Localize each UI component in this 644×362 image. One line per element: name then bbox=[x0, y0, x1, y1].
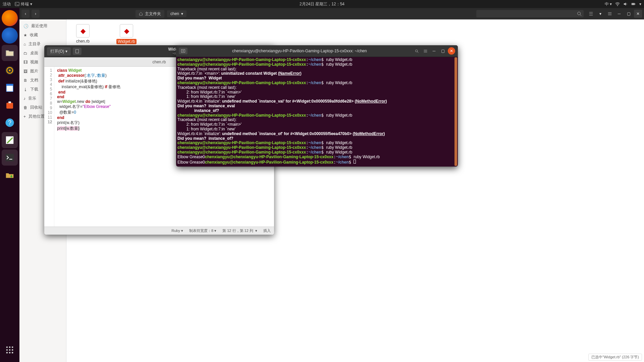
svg-rect-9 bbox=[6, 84, 13, 86]
dock-terminal[interactable] bbox=[2, 149, 18, 166]
cursor-block bbox=[354, 160, 356, 164]
dock-writer[interactable] bbox=[2, 80, 18, 96]
insert-mode: 插入 bbox=[263, 228, 271, 233]
tabwidth-selector[interactable]: 制表符宽度：8 ▾ bbox=[189, 228, 216, 233]
music-icon: ♪ bbox=[23, 96, 25, 101]
svg-point-19 bbox=[6, 349, 8, 351]
svg-point-23 bbox=[9, 352, 11, 354]
terminal-scrollbar[interactable] bbox=[454, 57, 457, 166]
chevron-down-icon: ▾ bbox=[65, 49, 67, 54]
maximize-button[interactable]: ▢ bbox=[439, 47, 446, 55]
svg-rect-11 bbox=[8, 102, 11, 103]
new-tab-button[interactable] bbox=[179, 48, 187, 54]
svg-point-18 bbox=[12, 347, 13, 348]
svg-point-20 bbox=[9, 349, 11, 351]
dock-software[interactable] bbox=[2, 97, 18, 113]
dock-gedit[interactable] bbox=[2, 132, 18, 148]
svg-point-28 bbox=[415, 50, 418, 52]
new-tab-button[interactable] bbox=[73, 48, 82, 55]
code-area[interactable]: class Widget attr_accessor(:名字,:数量) def … bbox=[54, 67, 123, 227]
svg-point-21 bbox=[12, 349, 13, 351]
document-icon bbox=[75, 49, 79, 54]
clock-icon: 🕓 bbox=[23, 24, 29, 28]
view-list-button[interactable] bbox=[587, 10, 595, 18]
plus-icon: + bbox=[23, 114, 26, 119]
svg-point-24 bbox=[12, 352, 13, 354]
breadcrumb-folder[interactable]: chen ▾ bbox=[167, 10, 186, 17]
file-item[interactable]: ◆ Widget.rb bbox=[115, 24, 138, 44]
editor-statusbar: Ruby ▾ 制表符宽度：8 ▾ 第 12 行，第 12 列 ▾ 插入 bbox=[44, 227, 274, 235]
breadcrumb: 主文件夹 chen ▾ bbox=[136, 10, 186, 18]
nav-forward-button[interactable]: › bbox=[32, 10, 40, 18]
search-input[interactable] bbox=[476, 10, 584, 17]
cursor-position[interactable]: 第 12 行，第 12 列 ▾ bbox=[222, 228, 257, 233]
search-button[interactable] bbox=[413, 47, 420, 55]
hamburger-menu-button[interactable] bbox=[422, 47, 429, 55]
svg-rect-0 bbox=[15, 2, 19, 6]
svg-point-25 bbox=[578, 12, 581, 15]
ruby-file-icon: ◆ bbox=[120, 24, 133, 38]
svg-rect-10 bbox=[6, 103, 13, 109]
breadcrumb-home[interactable]: 主文件夹 bbox=[136, 10, 164, 18]
home-icon bbox=[139, 12, 143, 16]
tab-plus-icon bbox=[181, 49, 185, 53]
minimize-button[interactable]: ─ bbox=[615, 10, 623, 18]
scrollbar-thumb[interactable] bbox=[454, 57, 457, 166]
sidebar-item-starred[interactable]: ★收藏 bbox=[19, 31, 66, 40]
launcher-dock: ? bbox=[0, 8, 19, 362]
close-button[interactable]: ✕ bbox=[448, 47, 455, 55]
hamburger-menu-button[interactable] bbox=[606, 10, 614, 18]
terminal-header: chenxiangyu@chenxiangyu-HP-Pavilion-Gami… bbox=[176, 45, 458, 57]
search-icon bbox=[577, 11, 582, 16]
view-dropdown-button[interactable]: ▾ bbox=[596, 10, 604, 18]
dock-rhythmbox[interactable] bbox=[2, 62, 18, 78]
dock-help[interactable]: ? bbox=[2, 115, 18, 131]
ruby-file-icon: ◆ bbox=[76, 24, 90, 38]
window-title: chenxiangyu@chenxiangyu-HP-Pavilion-Gami… bbox=[187, 49, 412, 53]
lang-selector[interactable]: Ruby ▾ bbox=[171, 229, 183, 233]
star-icon: ★ bbox=[23, 33, 27, 38]
open-button[interactable]: 打开(O) ▾ bbox=[47, 47, 71, 56]
sidebar-item-recent[interactable]: 🕓最近使用 bbox=[19, 21, 66, 31]
trash-icon: 🗑 bbox=[23, 105, 28, 110]
battery-icon[interactable] bbox=[631, 2, 636, 6]
chevron-down-icon[interactable]: ▾ bbox=[639, 2, 641, 6]
folder-icon: 🗀 bbox=[23, 51, 28, 56]
file-item[interactable]: ◆ chen.rb bbox=[71, 24, 95, 44]
dock-downloads[interactable] bbox=[2, 167, 18, 183]
file-manager-toolbar: ‹ › 主文件夹 chen ▾ ▾ ─ ▢ ✕ bbox=[19, 8, 644, 19]
video-icon: 🎞 bbox=[23, 60, 28, 65]
chevron-down-icon: ▾ bbox=[30, 2, 32, 6]
wifi-icon[interactable] bbox=[615, 2, 620, 6]
svg-point-17 bbox=[9, 347, 11, 348]
svg-rect-3 bbox=[635, 4, 636, 4]
dock-thunderbird[interactable] bbox=[2, 27, 18, 44]
home-icon: ⌂ bbox=[23, 42, 26, 47]
activities-button[interactable]: 活动 bbox=[3, 1, 11, 7]
svg-rect-15 bbox=[6, 154, 14, 162]
svg-point-7 bbox=[9, 70, 11, 71]
svg-rect-26 bbox=[76, 50, 79, 53]
nav-back-button[interactable]: ‹ bbox=[21, 10, 30, 18]
app-indicator[interactable]: 终端 ▾ bbox=[15, 1, 32, 7]
svg-point-1 bbox=[617, 5, 618, 6]
svg-point-22 bbox=[6, 352, 8, 354]
line-gutter: 123456789101112 bbox=[44, 67, 54, 227]
dock-apps-grid[interactable] bbox=[2, 342, 18, 358]
dock-firefox[interactable] bbox=[2, 10, 18, 26]
chevron-down-icon: ▾ bbox=[181, 11, 183, 16]
minimize-button[interactable]: ─ bbox=[430, 47, 438, 55]
volume-icon[interactable] bbox=[623, 2, 628, 6]
close-button[interactable]: ✕ bbox=[634, 10, 642, 18]
terminal-window: chenxiangyu@chenxiangyu-HP-Pavilion-Gami… bbox=[176, 45, 458, 167]
clock[interactable]: 2月24日 星期三，12：54 bbox=[300, 1, 344, 7]
svg-text:?: ? bbox=[8, 119, 11, 126]
maximize-button[interactable]: ▢ bbox=[625, 10, 633, 18]
download-icon: ⭳ bbox=[23, 87, 28, 92]
terminal-output[interactable]: chenxiangyu@chenxiangyu-HP-Pavilion-Gami… bbox=[176, 57, 458, 167]
ime-indicator[interactable]: 中 ▾ bbox=[605, 1, 612, 7]
document-icon: 🗎 bbox=[23, 78, 28, 83]
svg-rect-4 bbox=[632, 3, 635, 5]
svg-point-16 bbox=[6, 347, 8, 348]
dock-files[interactable] bbox=[2, 45, 18, 61]
